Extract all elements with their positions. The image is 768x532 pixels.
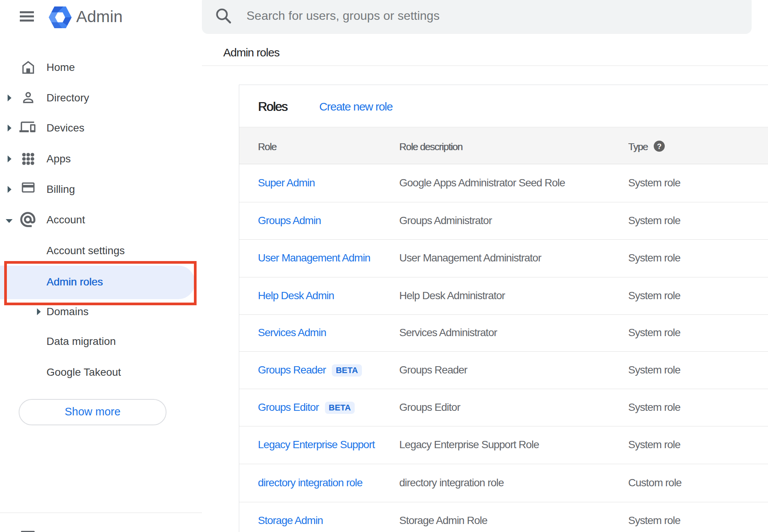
svg-text:?: ?	[657, 142, 661, 151]
